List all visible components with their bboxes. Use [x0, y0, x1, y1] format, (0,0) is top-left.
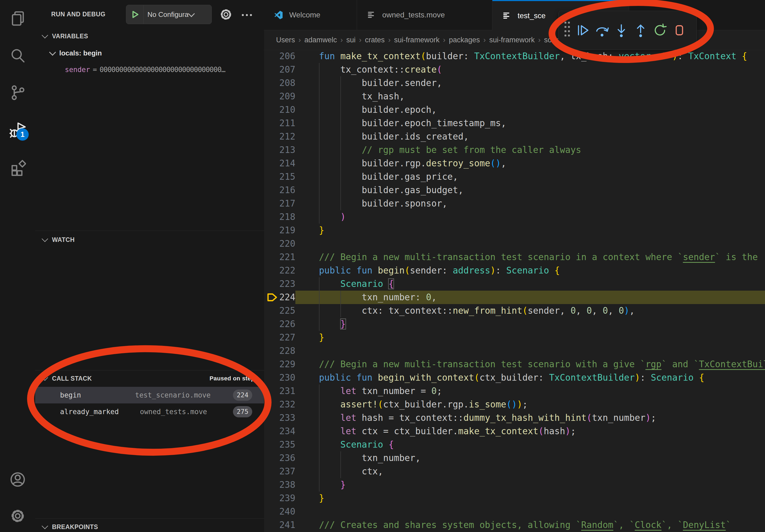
- tab-welcome[interactable]: Welcome: [264, 0, 357, 30]
- activity-bar-item-run-and-debug[interactable]: 1: [9, 122, 26, 138]
- line-number[interactable]: 239: [264, 492, 296, 505]
- breadcrumb-item[interactable]: packages: [449, 36, 480, 44]
- stop-button[interactable]: [670, 17, 689, 44]
- code-line[interactable]: 229 /// Begin a new multi-transaction te…: [264, 358, 765, 371]
- line-number[interactable]: 238: [264, 478, 296, 492]
- activity-bar-item-search[interactable]: [9, 48, 26, 64]
- breakpoints-section-header[interactable]: BREAKPOINTS: [35, 520, 264, 532]
- line-number[interactable]: 221: [264, 250, 296, 264]
- line-number[interactable]: 217: [264, 197, 296, 210]
- line-number[interactable]: 227: [264, 331, 296, 344]
- tab-owned-tests-move[interactable]: owned_tests.move: [357, 0, 492, 30]
- variable-row[interactable]: sender = 0000000000000000000000000000000…: [65, 63, 225, 77]
- code-line[interactable]: 227 }: [264, 331, 765, 344]
- code-line[interactable]: 207 tx_context::create(: [264, 63, 765, 76]
- breadcrumb-item[interactable]: Users: [276, 36, 295, 44]
- code-line[interactable]: 211 builder.epoch_timestamp_ms,: [264, 117, 765, 130]
- code-line[interactable]: 235 Scenario {: [264, 438, 765, 451]
- line-number[interactable]: 225: [264, 304, 296, 317]
- line-number[interactable]: 207: [264, 63, 296, 76]
- code-line[interactable]: 228: [264, 344, 765, 358]
- code-line[interactable]: 218 ): [264, 210, 765, 224]
- activity-bar-item-source-control[interactable]: [9, 84, 26, 101]
- breadcrumb-item[interactable]: sui: [346, 36, 356, 44]
- step-into-button[interactable]: [612, 17, 631, 44]
- code-line[interactable]: 213 // rgp must be set from the caller a…: [264, 143, 765, 157]
- code-line[interactable]: 236 txn_number,: [264, 451, 765, 465]
- line-number[interactable]: 213: [264, 143, 296, 157]
- line-number[interactable]: 209: [264, 90, 296, 103]
- call-stack-frame[interactable]: already_markedowned_tests.move275: [35, 403, 264, 420]
- line-number[interactable]: 228: [264, 344, 296, 358]
- breadcrumb-item[interactable]: crates: [365, 36, 385, 44]
- code-line[interactable]: 220: [264, 237, 765, 250]
- line-number[interactable]: 219: [264, 224, 296, 237]
- line-number[interactable]: 237: [264, 465, 296, 478]
- code-line[interactable]: 239 }: [264, 492, 765, 505]
- line-number[interactable]: 223: [264, 277, 296, 291]
- code-line[interactable]: 212 builder.ids_created,: [264, 130, 765, 143]
- line-number[interactable]: 208: [264, 76, 296, 90]
- code-line[interactable]: 216 builder.gas_budget,: [264, 183, 765, 197]
- line-number[interactable]: 211: [264, 117, 296, 130]
- code-line[interactable]: 209 tx_hash,: [264, 90, 765, 103]
- code-line[interactable]: 237 ctx,: [264, 465, 765, 478]
- variables-section-header[interactable]: VARIABLES: [35, 29, 264, 43]
- activity-bar-item-extensions[interactable]: [9, 159, 26, 176]
- code-line[interactable]: 238 }: [264, 478, 765, 492]
- line-number[interactable]: 210: [264, 103, 296, 117]
- code-line[interactable]: 240: [264, 505, 765, 518]
- code-line[interactable]: 223 Scenario {: [264, 277, 765, 291]
- debug-configuration-dropdown[interactable]: No Configura: [126, 5, 212, 24]
- variables-scope-row[interactable]: locals: begin: [50, 46, 102, 60]
- code-line[interactable]: 234 let ctx = ctx_builder.make_tx_contex…: [264, 424, 765, 438]
- line-number[interactable]: 230: [264, 371, 296, 385]
- code-line[interactable]: 230 public fun begin_with_context(ctx_bu…: [264, 371, 765, 385]
- activity-bar-item-account[interactable]: [9, 471, 26, 488]
- line-number[interactable]: 226: [264, 317, 296, 331]
- code-line[interactable]: 206 fun make_tx_context(builder: TxConte…: [264, 50, 765, 63]
- code-line[interactable]: 214 builder.rgp.destroy_some(),: [264, 157, 765, 170]
- step-out-button[interactable]: [631, 17, 650, 44]
- breadcrumb-item[interactable]: sui-framework: [489, 36, 535, 44]
- line-number[interactable]: 232: [264, 398, 296, 411]
- code-line[interactable]: 232 assert!(ctx_builder.rgp.is_some());: [264, 398, 765, 411]
- code-line[interactable]: 231 let txn_number = 0;: [264, 385, 765, 398]
- activity-bar-item-settings[interactable]: [9, 508, 26, 524]
- more-actions-icon[interactable]: [240, 8, 254, 21]
- code-line[interactable]: 215 builder.gas_price,: [264, 170, 765, 183]
- line-number[interactable]: 218: [264, 210, 296, 224]
- watch-section-header[interactable]: WATCH: [35, 232, 264, 247]
- restart-button[interactable]: [650, 17, 670, 44]
- code-line[interactable]: 208 builder.sender,: [264, 76, 765, 90]
- code-line[interactable]: 219 }: [264, 224, 765, 237]
- line-number[interactable]: 235: [264, 438, 296, 451]
- activity-bar-item-explorer[interactable]: [9, 10, 26, 27]
- step-over-button[interactable]: [592, 17, 612, 44]
- breadcrumb-item[interactable]: sui-framework: [394, 36, 439, 44]
- line-number[interactable]: 229: [264, 358, 296, 371]
- code-line[interactable]: 241 /// Creates and shares system object…: [264, 518, 765, 532]
- line-number[interactable]: 234: [264, 424, 296, 438]
- drag-handle-icon[interactable]: [561, 18, 573, 42]
- code-line[interactable]: 226 }: [264, 317, 765, 331]
- line-number[interactable]: 220: [264, 237, 296, 250]
- line-number[interactable]: 222: [264, 264, 296, 277]
- line-number[interactable]: 214: [264, 157, 296, 170]
- line-number[interactable]: 212: [264, 130, 296, 143]
- code-line[interactable]: 210 builder.epoch,: [264, 103, 765, 117]
- code-line[interactable]: 221 /// Begin a new multi-transaction te…: [264, 250, 765, 264]
- line-number[interactable]: 216: [264, 183, 296, 197]
- debug-settings-gear-icon[interactable]: [219, 8, 233, 21]
- call-stack-frame[interactable]: begintest_scenario.move224: [35, 387, 264, 403]
- line-number[interactable]: 236: [264, 451, 296, 465]
- code-line[interactable]: 233 let hash = tx_context::dummy_tx_hash…: [264, 411, 765, 424]
- line-number[interactable]: 240: [264, 505, 296, 518]
- code-line[interactable]: 225 ctx: tx_context::new_from_hint(sende…: [264, 304, 765, 317]
- line-number[interactable]: 215: [264, 170, 296, 183]
- call-stack-section-header[interactable]: CALL STACK Paused on step: [35, 371, 264, 386]
- continue-button[interactable]: [573, 17, 592, 44]
- line-number[interactable]: 206: [264, 50, 296, 63]
- breadcrumb-item[interactable]: adamwelc: [305, 36, 337, 44]
- code-line[interactable]: 222 public fun begin(sender: address): S…: [264, 264, 765, 277]
